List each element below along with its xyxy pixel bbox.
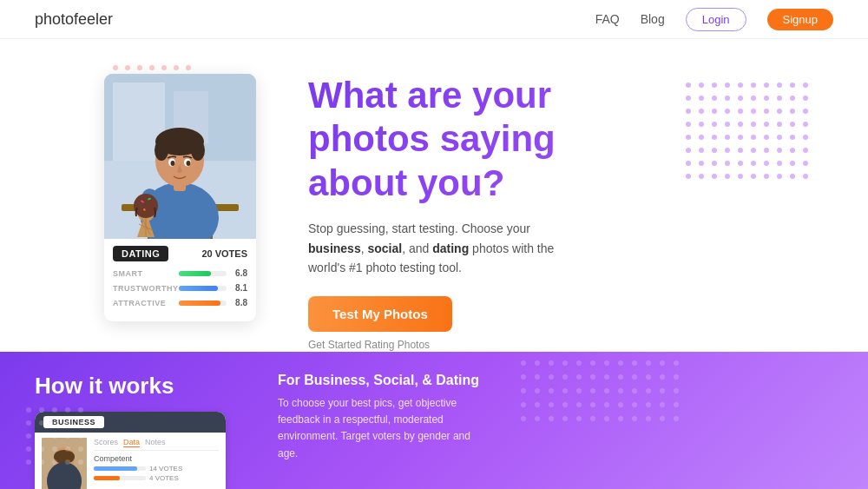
hero-section: DATING 20 VOTES SMART 6.8 TRUSTWORTHY — [0, 39, 868, 352]
svg-point-213 — [535, 388, 540, 393]
login-button[interactable]: Login — [686, 8, 746, 31]
data-tab[interactable]: Data — [123, 438, 140, 447]
svg-point-4 — [161, 65, 167, 70]
logo: photofeeler — [35, 10, 113, 29]
test-my-photos-button[interactable]: Test My Photos — [308, 296, 452, 332]
svg-point-187 — [78, 459, 83, 465]
votes-text: VOTES — [215, 248, 247, 259]
svg-point-230 — [604, 402, 609, 407]
svg-point-199 — [674, 360, 679, 366]
svg-point-163 — [26, 407, 31, 413]
svg-point-185 — [52, 459, 57, 465]
svg-point-179 — [39, 446, 44, 452]
card-tabs: DATING 20 VOTES — [104, 239, 256, 265]
cta-subtext: Get Started Rating Photos — [308, 339, 833, 351]
metric-trustworthy: TRUSTWORTHY 8.1 — [113, 283, 247, 293]
for-business-text: To choose your best pics, get objective … — [278, 395, 486, 462]
notes-tab[interactable]: Notes — [145, 438, 166, 447]
smart-bar — [179, 271, 211, 276]
svg-point-178 — [26, 446, 31, 452]
card-metrics: SMART 6.8 TRUSTWORTHY 8.1 ATTRACTIVE — [104, 265, 256, 321]
svg-point-211 — [674, 374, 679, 380]
svg-point-5 — [174, 65, 179, 70]
how-heading: How it works — [35, 373, 226, 400]
svg-point-242 — [604, 416, 609, 421]
svg-point-218 — [604, 388, 609, 393]
photo-card: DATING 20 VOTES SMART 6.8 TRUSTWORTHY — [104, 74, 256, 321]
attractive-value: 8.8 — [232, 298, 247, 307]
svg-point-200 — [521, 374, 526, 380]
svg-point-232 — [632, 402, 637, 407]
demo-votes-bar2 — [94, 476, 120, 480]
headline-line1: What are your — [308, 75, 551, 116]
svg-point-239 — [562, 416, 568, 421]
dating-tab: DATING — [113, 246, 168, 261]
svg-point-180 — [52, 446, 57, 452]
svg-point-195 — [618, 360, 623, 366]
svg-point-210 — [660, 374, 665, 380]
svg-point-68 — [191, 140, 205, 161]
svg-point-176 — [65, 433, 70, 439]
demo-votes-count1: 14 VOTES — [149, 465, 182, 472]
svg-point-219 — [618, 388, 623, 393]
svg-point-184 — [39, 459, 44, 465]
svg-point-216 — [576, 388, 582, 393]
hero-subtext: Stop guessing, start testing. Choose you… — [308, 219, 586, 277]
demo-score-tabs: Scores Data Notes — [94, 438, 219, 451]
svg-point-235 — [674, 402, 679, 407]
svg-point-198 — [660, 360, 665, 366]
demo-votes-bar-bg2 — [94, 476, 146, 480]
signup-button[interactable]: Signup — [767, 9, 833, 30]
hero-headline: What are your photos saying about you? — [308, 74, 833, 205]
svg-point-194 — [604, 360, 609, 366]
headline-line3: about you? — [308, 162, 504, 203]
headline-line2: photos saying — [308, 118, 556, 159]
svg-point-165 — [52, 407, 57, 413]
svg-point-241 — [590, 416, 595, 421]
svg-point-168 — [26, 420, 31, 426]
svg-point-189 — [535, 360, 540, 366]
svg-point-2 — [137, 65, 142, 70]
hero-text: What are your photos saying about you? S… — [256, 65, 833, 351]
svg-point-79 — [134, 194, 158, 218]
svg-point-234 — [660, 402, 665, 407]
svg-point-190 — [549, 360, 554, 366]
attractive-label: ATTRACTIVE — [113, 299, 174, 307]
svg-point-215 — [562, 388, 568, 393]
svg-point-222 — [660, 388, 665, 393]
blog-link[interactable]: Blog — [641, 12, 665, 26]
svg-point-221 — [646, 388, 651, 393]
svg-point-192 — [576, 360, 582, 366]
metric-attractive: ATTRACTIVE 8.8 — [113, 298, 247, 307]
scores-tab[interactable]: Scores — [94, 438, 118, 447]
svg-point-167 — [78, 407, 83, 413]
svg-point-220 — [632, 388, 637, 393]
demo-score-row2: 4 VOTES — [94, 474, 219, 482]
svg-point-1 — [125, 65, 130, 70]
svg-point-205 — [590, 374, 595, 380]
svg-point-164 — [39, 407, 44, 413]
svg-point-181 — [65, 446, 70, 452]
svg-point-186 — [65, 459, 70, 465]
svg-point-0 — [113, 65, 118, 70]
bottom-section: How it works BUSINESS Scores D — [0, 352, 868, 489]
svg-point-208 — [632, 374, 637, 380]
svg-point-246 — [660, 416, 665, 421]
svg-point-202 — [549, 374, 554, 380]
svg-point-244 — [632, 416, 637, 421]
svg-point-224 — [521, 402, 526, 407]
attractive-bar-bg — [179, 301, 227, 306]
svg-point-228 — [576, 402, 582, 407]
svg-point-67 — [155, 140, 168, 161]
svg-point-188 — [521, 360, 526, 366]
svg-point-245 — [646, 416, 651, 421]
metric-smart: SMART 6.8 — [113, 268, 247, 278]
faq-link[interactable]: FAQ — [595, 12, 620, 26]
votes-label: 20 VOTES — [201, 248, 247, 259]
svg-point-206 — [604, 374, 609, 380]
demo-score-row1: 14 VOTES — [94, 465, 219, 472]
svg-point-173 — [26, 433, 31, 439]
trustworthy-bar-bg — [179, 286, 227, 291]
svg-point-243 — [618, 416, 623, 421]
svg-point-177 — [78, 433, 83, 439]
